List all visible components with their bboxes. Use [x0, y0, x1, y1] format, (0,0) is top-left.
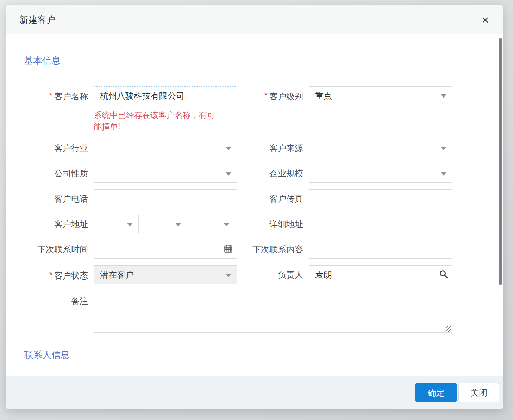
- confirm-button[interactable]: 确定: [415, 383, 457, 402]
- source-select[interactable]: [309, 139, 452, 157]
- field-company-scale: 企业规模: [237, 164, 452, 183]
- next-contact-time-input[interactable]: [94, 240, 219, 259]
- search-icon: [439, 269, 448, 280]
- customer-level-select[interactable]: 重点: [309, 86, 452, 105]
- field-remark: 备注: [24, 292, 452, 333]
- field-customer-level: *客户级别 重点: [237, 86, 452, 106]
- dialog-title: 新建客户: [19, 14, 56, 25]
- form-row: *客户状态 潜在客户 负责人 袁朗: [24, 265, 480, 285]
- required-mark: *: [49, 270, 52, 280]
- form-row: 客户地址: [24, 215, 480, 233]
- owner-label: 负责人: [237, 265, 309, 284]
- chevron-down-icon: [226, 147, 231, 150]
- chevron-down-icon: [441, 172, 446, 176]
- address-province-select[interactable]: [94, 215, 139, 233]
- field-industry: 客户行业: [24, 139, 237, 157]
- form-row: 公司性质 企业规模: [24, 164, 480, 183]
- form-row: *客户名称 杭州八骏科技有限公司 系统中已经存在该客户名称，有可能撞单! *客户…: [24, 86, 480, 132]
- fax-input[interactable]: [309, 189, 452, 208]
- next-contact-content-input[interactable]: [309, 240, 452, 259]
- status-value: 潜在客户: [100, 270, 134, 280]
- form-row: 下次联系时间: [24, 240, 480, 259]
- form-row: 客户电话 客户传真: [24, 189, 480, 208]
- field-fax: 客户传真: [237, 189, 452, 208]
- phone-label: 客户电话: [24, 189, 94, 208]
- chevron-down-icon: [441, 147, 446, 150]
- status-label: *客户状态: [24, 265, 94, 285]
- source-label: 客户来源: [237, 139, 309, 157]
- address-city-select[interactable]: [142, 215, 187, 233]
- field-next-contact-content: 下次联系内容: [237, 240, 452, 259]
- customer-name-controls: 杭州八骏科技有限公司 系统中已经存在该客户名称，有可能撞单!: [94, 86, 237, 132]
- close-button[interactable]: 关闭: [458, 383, 499, 402]
- scrollbar-thumb[interactable]: [499, 38, 502, 285]
- section-contact-info: 联系人信息: [24, 349, 480, 367]
- company-nature-select[interactable]: [94, 164, 237, 183]
- dialog-body: 基本信息 *客户名称 杭州八骏科技有限公司 系统中已经存在该客户名称，有可能撞单…: [6, 55, 503, 367]
- resize-handle-icon[interactable]: [446, 326, 451, 332]
- next-contact-content-label: 下次联系内容: [237, 240, 309, 259]
- field-owner: 负责人 袁朗: [237, 265, 452, 284]
- address-detail-input[interactable]: [309, 215, 452, 233]
- section-basic-info: 基本信息: [24, 55, 480, 73]
- basic-info-form: *客户名称 杭州八骏科技有限公司 系统中已经存在该客户名称，有可能撞单! *客户…: [24, 86, 480, 333]
- customer-name-value: 杭州八骏科技有限公司: [100, 91, 184, 100]
- form-row: 客户行业 客户来源: [24, 139, 480, 157]
- chevron-down-icon: [226, 172, 231, 176]
- required-mark: *: [49, 91, 52, 100]
- form-row: 备注: [24, 292, 480, 333]
- owner-input[interactable]: 袁朗: [309, 265, 434, 284]
- company-scale-select[interactable]: [309, 164, 452, 183]
- close-icon[interactable]: ×: [482, 14, 489, 26]
- customer-name-input[interactable]: 杭州八骏科技有限公司: [94, 86, 237, 105]
- address-district-select[interactable]: [190, 215, 235, 233]
- customer-name-error: 系统中已经存在该客户名称，有可能撞单!: [94, 109, 221, 132]
- fax-label: 客户传真: [237, 189, 309, 208]
- chevron-down-icon: [224, 223, 229, 226]
- field-phone: 客户电话: [24, 189, 237, 208]
- address-label: 客户地址: [24, 215, 94, 233]
- field-customer-name: *客户名称 杭州八骏科技有限公司 系统中已经存在该客户名称，有可能撞单!: [24, 86, 237, 132]
- chevron-down-icon: [226, 274, 231, 277]
- remark-label: 备注: [24, 292, 94, 310]
- next-contact-time-label: 下次联系时间: [24, 240, 94, 259]
- calendar-addon-button[interactable]: [219, 240, 237, 259]
- industry-label: 客户行业: [24, 139, 94, 157]
- chevron-down-icon: [441, 94, 446, 98]
- chevron-down-icon: [127, 223, 133, 226]
- customer-level-label: *客户级别: [237, 86, 309, 106]
- phone-input[interactable]: [94, 189, 237, 208]
- next-contact-time-group: [94, 240, 237, 259]
- dialog-header: 新建客户 ×: [6, 5, 503, 34]
- new-customer-dialog: 新建客户 × 基本信息 *客户名称 杭州八骏科技有限公司 系统中已经存在该客户名…: [6, 5, 503, 409]
- status-select: 潜在客户: [94, 265, 237, 284]
- address-detail-label: 详细地址: [237, 215, 309, 233]
- field-address: 客户地址: [24, 215, 237, 233]
- field-address-detail: 详细地址: [237, 215, 452, 233]
- customer-name-label: *客户名称: [24, 86, 94, 106]
- customer-level-value: 重点: [315, 91, 332, 100]
- field-company-nature: 公司性质: [24, 164, 237, 183]
- field-source: 客户来源: [237, 139, 452, 157]
- company-nature-label: 公司性质: [24, 164, 94, 183]
- chevron-down-icon: [175, 223, 181, 226]
- owner-group: 袁朗: [309, 265, 452, 284]
- company-scale-label: 企业规模: [237, 164, 309, 183]
- owner-search-button[interactable]: [434, 265, 452, 284]
- field-next-contact-time: 下次联系时间: [24, 240, 237, 259]
- dialog-footer: 确定 关闭: [6, 376, 503, 409]
- required-mark: *: [264, 91, 268, 100]
- calendar-icon: [224, 244, 233, 255]
- remark-textarea[interactable]: [94, 292, 452, 333]
- address-selects: [94, 215, 237, 233]
- page-background: { "dialog": { "title": "新建客户", "close_gl…: [0, 0, 513, 420]
- field-status: *客户状态 潜在客户: [24, 265, 237, 285]
- industry-select[interactable]: [94, 139, 237, 157]
- owner-value: 袁朗: [315, 270, 332, 280]
